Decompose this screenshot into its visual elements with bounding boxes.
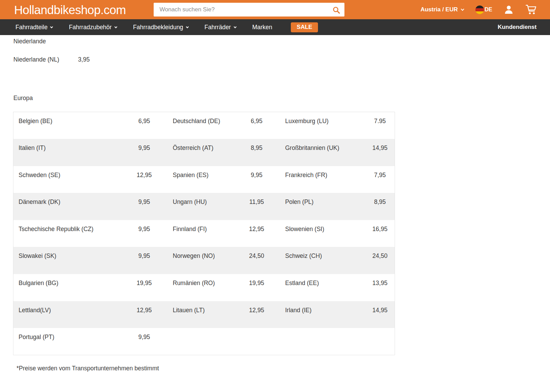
price-value: 3,95 [78,56,90,63]
chevron-down-icon [233,25,236,28]
country-cell: Schweden (SE) [13,166,121,193]
nav-item-fahrradzubehör[interactable]: Fahrradzubehör [69,24,117,31]
price-cell: 19,95 [121,274,168,301]
sale-button[interactable]: SALE [291,22,318,32]
search-bar [154,3,344,17]
price-cell: 12,95 [121,166,168,193]
nav-item-label: Fahrräder [205,24,231,31]
country-cell: Großbritannien (UK) [280,139,365,166]
price-cell: 16,95 [365,220,395,247]
german-flag-icon [475,6,484,14]
search-icon [332,6,340,14]
netherlands-section-title: Niederlande [13,35,550,45]
europe-shipping-table: Belgien (BE)6,95Deutschland (DE)6,95Luxe… [13,112,395,355]
price-cell: 8,95 [233,139,280,166]
country-cell [168,328,233,355]
country-cell: Frankreich (FR) [280,166,365,193]
europe-section-title: Europa [13,95,550,101]
shipping-table-row: Tschechische Republik (CZ)9,95Finnland (… [13,220,395,247]
shipping-table-row: Italien (IT)9,95Österreich (AT)8,95Großb… [13,139,395,166]
kundendienst-link[interactable]: Kundendienst [498,24,537,31]
main-nav: FahrradteileFahrradzubehörFahrradbekleid… [0,19,550,35]
country-cell: Slowenien (SI) [280,220,365,247]
search-input[interactable] [154,3,332,17]
country-cell: Portugal (PT) [13,328,121,355]
locale-selector[interactable]: Austria / EUR [420,6,464,13]
nav-item-label: Marken [252,24,272,31]
price-cell: 9,95 [121,247,168,274]
shipping-content: Niederlande Niederlande (NL) 3,95 Europa… [0,35,550,372]
country-cell: Lettland(LV) [13,301,121,328]
chevron-down-icon [186,25,189,28]
site-header: Hollandbikeshop.com Austria / EUR DE [0,0,550,19]
country-cell: Polen (PL) [280,193,365,220]
nav-item-fahrräder[interactable]: Fahrräder [205,24,236,31]
shipping-table-row: Bulgarien (BG)19,95Rumänien (RO)19,95Est… [13,274,395,301]
country-cell: Österreich (AT) [168,139,233,166]
search-button[interactable] [332,6,344,14]
chevron-down-icon [50,25,53,28]
price-cell: 12,95 [121,301,168,328]
price-cell: 14,95 [365,301,395,328]
price-cell: 19,95 [233,274,280,301]
price-cell: 12,95 [233,301,280,328]
price-cell [365,328,395,355]
country-cell: Litauen (LT) [168,301,233,328]
country-cell: Finnland (FI) [168,220,233,247]
country-cell [280,328,365,355]
country-cell: Rumänien (RO) [168,274,233,301]
country-cell: Luxemburg (LU) [280,112,365,139]
header-right-group: Austria / EUR DE [420,4,550,15]
cart-icon [525,4,537,15]
netherlands-price-row: Niederlande (NL) 3,95 [13,56,550,63]
shipping-table-row: Dänemark (DK)9,95Ungarn (HU)11,95Polen (… [13,193,395,220]
price-cell: 7,95 [365,166,395,193]
user-icon [504,5,514,14]
country-cell: Norwegen (NO) [168,247,233,274]
price-cell: 24,50 [365,247,395,274]
price-cell: 7.95 [365,112,395,139]
country-cell: Bulgarien (BG) [13,274,121,301]
price-cell: 9,95 [121,139,168,166]
shipping-table-row: Schweden (SE)12,95Spanien (ES)9,95Frankr… [13,166,395,193]
nav-item-label: Fahrradzubehör [69,24,112,31]
nav-item-marken[interactable]: Marken [252,24,272,31]
nav-item-fahrradteile[interactable]: Fahrradteile [15,24,53,31]
nav-item-label: Fahrradbekleidung [133,24,183,31]
language-selector[interactable]: DE [475,6,492,14]
country-cell: Tschechische Republik (CZ) [13,220,121,247]
nav-item-fahrradbekleidung[interactable]: Fahrradbekleidung [133,24,188,31]
price-cell: 9,95 [121,193,168,220]
price-cell: 6,95 [233,112,280,139]
nav-items: FahrradteileFahrradzubehörFahrradbekleid… [15,24,272,31]
price-footnote: *Preise werden vom Transportunternehmen … [16,365,550,372]
chevron-down-icon [114,25,117,28]
shipping-table-row: Slowakei (SK)9,95Norwegen (NO)24,50Schwe… [13,247,395,274]
price-cell: 11,95 [233,193,280,220]
price-cell: 13,95 [365,274,395,301]
shipping-table-row: Lettland(LV)12,95Litauen (LT)12,95Irland… [13,301,395,328]
country-cell: Slowakei (SK) [13,247,121,274]
price-cell: 9,95 [233,166,280,193]
price-cell [233,328,280,355]
price-cell: 24,50 [233,247,280,274]
shipping-table-row: Portugal (PT)9,95 [13,328,395,355]
country-cell: Ungarn (HU) [168,193,233,220]
price-cell: 12,95 [233,220,280,247]
country-cell: Dänemark (DK) [13,193,121,220]
country-cell: Estland (EE) [280,274,365,301]
account-button[interactable] [504,5,514,14]
country-label: Niederlande (NL) [13,56,78,63]
country-cell: Irland (IE) [280,301,365,328]
locale-label: Austria / EUR [420,6,458,13]
shipping-table-row: Belgien (BE)6,95Deutschland (DE)6,95Luxe… [13,112,395,139]
language-code: DE [485,6,492,13]
country-cell: Belgien (BE) [13,112,121,139]
country-cell: Schweiz (CH) [280,247,365,274]
cart-button[interactable] [525,4,537,15]
price-cell: 8,95 [365,193,395,220]
site-logo[interactable]: Hollandbikeshop.com [14,4,126,16]
country-cell: Italien (IT) [13,139,121,166]
nav-item-label: Fahrradteile [15,24,47,31]
price-cell: 9,95 [121,328,168,355]
